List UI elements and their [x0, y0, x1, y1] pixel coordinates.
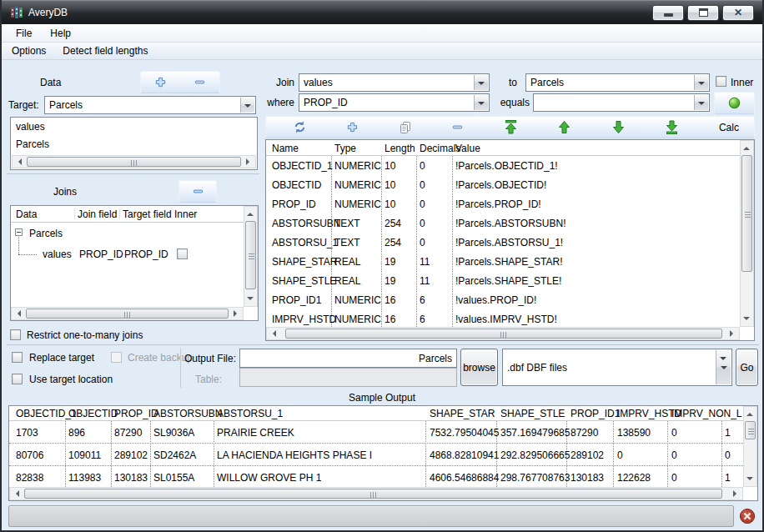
restrict-one-to-many-checkbox[interactable] — [10, 329, 21, 340]
move-down-button[interactable] — [611, 120, 626, 134]
output-file-input[interactable] — [239, 349, 457, 368]
add-data-button[interactable] — [154, 76, 167, 88]
scroll-right-arrow[interactable] — [242, 156, 255, 168]
copy-field-button[interactable] — [399, 121, 412, 134]
remove-join-button[interactable] — [192, 185, 204, 198]
fields-hscrollbar[interactable] — [266, 327, 740, 340]
fields-column-header[interactable]: Length — [385, 143, 415, 154]
dropdown-arrow-icon[interactable] — [474, 95, 488, 110]
browse-button[interactable]: browse — [460, 349, 498, 386]
scroll-left-arrow[interactable] — [267, 328, 280, 339]
joins-column-header[interactable]: Inner — [174, 208, 197, 220]
join-child-row[interactable]: values PROP_ID PROP_ID — [11, 243, 244, 264]
joins-column-header[interactable]: Target field — [123, 208, 172, 220]
refresh-fields-button[interactable] — [293, 120, 307, 134]
filetype-combobox[interactable]: .dbf DBF files — [502, 349, 732, 386]
field-row[interactable]: IMPRV_HSTDNUMERIC166!values.IMPRV_HSTD! — [266, 309, 740, 327]
fields-column-header[interactable]: Value — [455, 143, 480, 154]
cancel-button[interactable] — [739, 508, 756, 524]
dropdown-arrow-icon[interactable] — [694, 95, 708, 110]
scroll-right-arrow[interactable] — [726, 328, 739, 339]
calc-button[interactable]: Calc — [719, 122, 739, 133]
joins-hscrollbar[interactable] — [11, 307, 244, 320]
sample-column-header[interactable]: PROP_ID1 — [570, 408, 620, 419]
list-item[interactable]: values — [11, 118, 257, 133]
field-row[interactable]: PROP_IDNUMERIC100!Parcels.PROP_ID! — [266, 194, 740, 213]
inner-join-row-checkbox[interactable] — [177, 248, 188, 259]
join-root-row[interactable]: Parcels — [11, 223, 244, 243]
menu-item-help[interactable]: Help — [43, 26, 78, 41]
scroll-down-arrow[interactable] — [244, 293, 257, 306]
scroll-left-arrow[interactable] — [12, 308, 25, 319]
add-join-button[interactable] — [714, 92, 755, 114]
fields-column-header[interactable]: Name — [272, 143, 299, 154]
dropdown-arrow-icon[interactable] — [474, 75, 488, 90]
fields-column-header[interactable]: Decimals — [420, 143, 460, 154]
move-up-button[interactable] — [557, 120, 571, 134]
sample-column-header[interactable]: PROP_ID — [114, 408, 158, 419]
sample-column-header[interactable]: OBJECTID_1 — [16, 408, 77, 419]
scroll-down-arrow[interactable] — [741, 313, 753, 326]
go-button[interactable]: Go — [736, 349, 758, 386]
sample-hscrollbar[interactable] — [9, 487, 743, 500]
target-combobox[interactable]: Parcels — [44, 96, 256, 114]
join-target-combobox[interactable]: Parcels — [525, 73, 710, 92]
field-row[interactable]: SHAPE_STARREAL1911!Parcels.SHAPE_STAR! — [266, 252, 740, 271]
scrollbar-thumb[interactable] — [245, 221, 256, 289]
scroll-left-arrow[interactable] — [10, 488, 23, 499]
inner-join-checkbox[interactable] — [716, 76, 726, 87]
scroll-right-arrow[interactable] — [729, 488, 742, 499]
scrollbar-thumb[interactable] — [26, 309, 229, 319]
toolbar-item-options[interactable]: Options — [5, 43, 53, 58]
scrollbar-thumb[interactable] — [285, 329, 722, 339]
scroll-up-arrow[interactable] — [244, 207, 257, 220]
sample-column-header[interactable]: SHAPE_STAR — [430, 408, 495, 419]
sample-column-header[interactable]: IMPRV_NON_L — [671, 408, 741, 419]
joins-column-header[interactable]: Data — [16, 208, 37, 220]
scroll-down-arrow[interactable] — [744, 473, 756, 486]
toolbar-item-detect-field-lengths[interactable]: Detect field lengths — [56, 43, 154, 58]
menu-item-file[interactable]: File — [8, 26, 39, 41]
fields-column-header[interactable]: Type — [334, 143, 356, 154]
where-field-combobox[interactable]: PROP_ID — [299, 93, 490, 112]
field-row[interactable]: ABSTORSUBNTEXT2540!Parcels.ABSTORSUBN! — [266, 213, 740, 233]
remove-field-button[interactable] — [451, 121, 464, 133]
joins-column-header[interactable]: Join field — [78, 208, 117, 220]
scroll-up-arrow[interactable] — [741, 141, 753, 154]
joins-vscrollbar[interactable] — [244, 206, 258, 307]
use-target-location-checkbox[interactable] — [12, 374, 23, 384]
scrollbar-thumb[interactable] — [741, 155, 752, 272]
fields-vscrollbar[interactable] — [740, 140, 754, 327]
join-source-combobox[interactable]: values — [299, 73, 490, 92]
collapse-icon[interactable] — [15, 228, 23, 236]
scrollbar-thumb[interactable] — [27, 157, 241, 167]
dropdown-arrow-icon[interactable] — [240, 98, 254, 113]
scrollbar-thumb[interactable] — [24, 489, 722, 499]
field-row[interactable]: SHAPE_STLEREAL1911!Parcels.SHAPE_STLE! — [266, 271, 740, 290]
scrollbar-thumb[interactable] — [745, 421, 756, 439]
sample-column-header[interactable]: ABSTORSUBN — [153, 408, 222, 419]
list-item[interactable]: Parcels — [11, 133, 257, 150]
sample-column-header[interactable]: SHAPE_STLE — [500, 408, 565, 419]
add-field-button[interactable] — [346, 121, 359, 133]
data-list-hscrollbar[interactable] — [12, 155, 256, 168]
scroll-up-arrow[interactable] — [744, 407, 756, 420]
move-bottom-button[interactable] — [665, 120, 679, 134]
sample-vscrollbar[interactable] — [743, 406, 757, 487]
scroll-right-arrow[interactable] — [229, 308, 243, 319]
close-button[interactable]: ✕ — [722, 5, 754, 21]
move-top-button[interactable] — [504, 120, 518, 134]
dropdown-arrow-icon[interactable] — [716, 350, 731, 384]
maximize-button[interactable] — [687, 5, 719, 21]
field-row[interactable]: OBJECTIDNUMERIC100!Parcels.OBJECTID! — [266, 175, 740, 194]
field-row[interactable]: OBJECTID_1NUMERIC100!Parcels.OBJECTID_1! — [266, 156, 740, 175]
scroll-left-arrow[interactable] — [13, 156, 26, 168]
sample-column-header[interactable]: OBJECTID — [68, 408, 118, 419]
field-row[interactable]: ABSTORSU_1TEXT2540!Parcels.ABSTORSU_1! — [266, 233, 740, 252]
minimize-button[interactable] — [652, 5, 684, 21]
replace-target-checkbox[interactable] — [12, 352, 23, 363]
field-row[interactable]: PROP_ID1NUMERIC166!values.PROP_ID! — [266, 290, 740, 309]
sample-column-header[interactable]: ABSTORSU_1 — [217, 408, 283, 419]
remove-data-button[interactable] — [194, 76, 206, 88]
equals-field-combobox[interactable] — [533, 93, 710, 112]
